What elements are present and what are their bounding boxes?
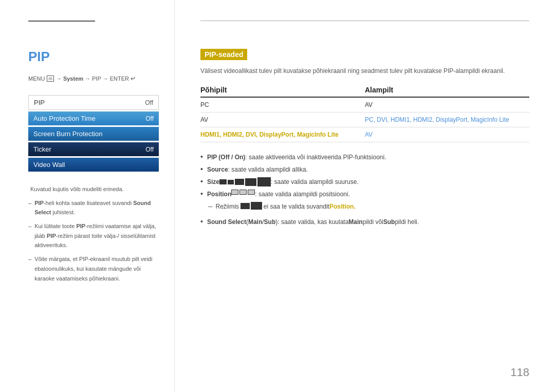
table-row-av: AV PC, DVI, HDMI1, HDMI2, DisplayPort, M…: [200, 113, 529, 127]
menu-item-screen-burn-label: Screen Burn Protection: [33, 130, 102, 138]
col-header-pohipilt: Põhipilt: [200, 86, 365, 94]
av-sources-text: PC, DVI, HDMI1, HDMI2, DisplayPort, Magi…: [365, 116, 509, 123]
position-gold-label: Position.: [329, 202, 356, 211]
bullet-size-label: Size: [207, 177, 219, 186]
size-icon-5: [257, 177, 271, 186]
menu-item-ticker-value: Off: [145, 146, 154, 153]
note-pip-reziim: – Kui lülitate toote PIP-režiimi vaatami…: [28, 221, 159, 250]
bullet-sound-label: Sound Select: [207, 217, 246, 227]
size-icon-2: [228, 180, 234, 184]
size-icon-1: [219, 179, 227, 184]
note-pip-ekraan: – Võite märgata, et PIP-ekraanil muutub …: [28, 254, 159, 283]
left-panel: PIP MENU m → System → PIP → ENTER ↵ PIP …: [0, 0, 175, 392]
page-number: 118: [510, 366, 529, 379]
row-hdmi-pohipilt: HDMI1, HDMI2, DVI, DisplayPort, MagicInf…: [200, 131, 365, 138]
bullet-sound-select: Sound Select (Main / Sub): saate valida,…: [200, 217, 529, 227]
sub-note-position: Režiimis ei saa te valida suvandit Posit…: [208, 202, 529, 211]
arrow-icon-1: →: [56, 76, 62, 82]
table-row-pc: PC AV: [200, 98, 529, 113]
row-av-alampilt: PC, DVI, HDMI1, HDMI2, DisplayPort, Magi…: [365, 116, 529, 123]
bullet-pip-label: PIP (Off / On): [207, 153, 245, 162]
compatibility-table: Põhipilt Alampilt PC AV AV PC, DVI, HDMI…: [200, 86, 529, 142]
menu-item-auto-protection[interactable]: Auto Protection Time Off: [28, 111, 159, 125]
notes-section: Kuvatud kujutis võib mudeliti erineda. –…: [28, 184, 159, 283]
menu-path: MENU m → System → PIP → ENTER ↵: [28, 75, 159, 82]
pos-icons: [231, 190, 255, 195]
right-top-line: [200, 21, 529, 21]
enter-label: ENTER: [110, 76, 129, 82]
note-display-text: Kuvatud kujutis võib mudeliti erineda.: [30, 186, 124, 192]
menu-items-list: PIP Off Auto Protection Time Off Screen …: [28, 95, 159, 172]
menu-item-video-wall-label: Video Wall: [33, 161, 65, 169]
top-decorative-line: [28, 21, 95, 22]
menu-item-pip-label: PIP: [34, 99, 45, 106]
note-pip-heli-text: PIP-heli kohta saate lisateavet suvandi …: [34, 198, 159, 217]
row-pc-alampilt: AV: [365, 101, 529, 108]
bullet-main2: Main: [348, 217, 362, 227]
pip-label: PIP: [92, 76, 101, 82]
section-title: PIP-seaded: [200, 49, 247, 60]
note-pip-heli: – PIP-heli kohta saate lisateavet suvand…: [28, 198, 159, 217]
bullet-sub2: Sub: [383, 217, 395, 227]
bullet-source-label: Source: [207, 165, 228, 174]
dash-3: –: [28, 254, 31, 264]
bullet-position-label: Position: [207, 190, 231, 199]
sub-note-icon-2: [251, 202, 262, 210]
note-pip-ekraan-text: Võite märgata, et PIP-ekraanil muutub pi…: [34, 254, 159, 283]
enter-icon: ↵: [131, 75, 136, 82]
row-pc-pohipilt: PC: [200, 101, 365, 108]
pos-icon-3: [248, 190, 255, 195]
arrow-icon-3: →: [103, 76, 108, 82]
bullet-sub-label: Sub: [264, 217, 276, 227]
table-header: Põhipilt Alampilt: [200, 86, 529, 98]
dash-2: –: [28, 221, 31, 231]
sound-bullet-list: Sound Select (Main / Sub): saate valida,…: [200, 217, 529, 227]
menu-item-auto-label: Auto Protection Time: [33, 115, 96, 122]
bullet-position: Position : saate valida alampildi posits…: [200, 190, 529, 199]
size-icons: [219, 177, 271, 186]
table-rows: PC AV AV PC, DVI, HDMI1, HDMI2, DisplayP…: [200, 98, 529, 142]
col-header-alampilt: Alampilt: [365, 86, 529, 94]
system-label: System: [63, 76, 83, 82]
right-panel: PIP-seaded Välisest videoallikast tulev …: [175, 0, 555, 392]
section-description: Välisest videoallikast tulev pilt kuvata…: [200, 66, 529, 76]
menu-item-pip-value: Off: [145, 99, 153, 106]
feature-bullet-list: PIP (Off / On): saate aktiveerida või in…: [200, 153, 529, 199]
table-row-hdmi: HDMI1, HDMI2, DVI, DisplayPort, MagicInf…: [200, 127, 529, 142]
bullet-pip-on-off: PIP (Off / On): saate aktiveerida või in…: [200, 153, 529, 162]
bullet-source: Source: saate valida alampildi allika.: [200, 165, 529, 174]
arrow-icon-2: →: [85, 76, 90, 82]
menu-item-auto-value: Off: [145, 115, 154, 122]
pos-icon-1: [231, 190, 238, 195]
pos-icon-2: [239, 190, 247, 195]
menu-item-pip[interactable]: PIP Off: [28, 95, 159, 110]
menu-item-ticker[interactable]: Ticker Off: [28, 142, 159, 156]
row-hdmi-alampilt: AV: [365, 131, 529, 138]
menu-keyword: MENU: [28, 76, 45, 82]
menu-item-screen-burn[interactable]: Screen Burn Protection: [28, 127, 159, 141]
dash-1: –: [28, 198, 31, 208]
size-icon-3: [235, 179, 244, 185]
menu-item-ticker-label: Ticker: [33, 145, 51, 153]
bullet-size: Size : saate valida alampildi suuruse.: [200, 177, 529, 186]
row-av-pohipilt: AV: [200, 116, 365, 123]
size-icon-4: [245, 178, 256, 186]
sub-note-icons: [240, 202, 262, 210]
sub-note-icon-1: [240, 203, 250, 209]
note-pip-reziim-text: Kui lülitate toote PIP-režiimi vaatamise…: [34, 221, 159, 250]
menu-item-video-wall[interactable]: Video Wall: [28, 158, 159, 172]
menu-icon-box: m: [47, 76, 54, 82]
bullet-main-label: Main: [248, 217, 262, 227]
note-display: Kuvatud kujutis võib mudeliti erineda.: [28, 184, 159, 194]
page-title: PIP: [28, 49, 159, 65]
